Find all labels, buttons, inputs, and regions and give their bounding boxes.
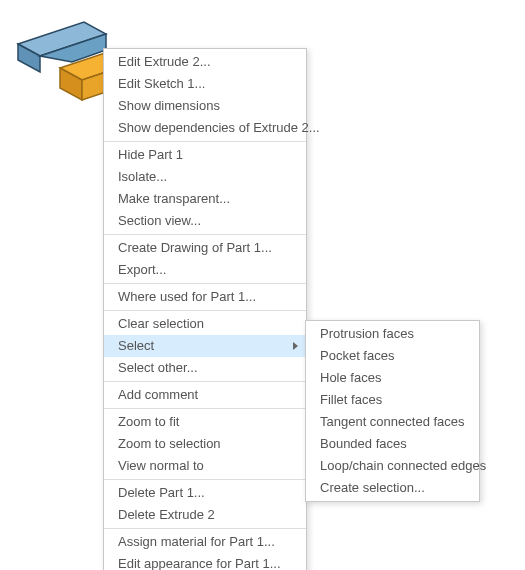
menu-item-zoom-to-fit[interactable]: Zoom to fit bbox=[104, 411, 306, 433]
submenu-item-pocket-faces[interactable]: Pocket faces bbox=[306, 345, 479, 367]
submenu-item-create-selection[interactable]: Create selection... bbox=[306, 477, 479, 499]
menu-item-add-comment[interactable]: Add comment bbox=[104, 384, 306, 406]
menu-separator bbox=[104, 283, 306, 284]
menu-separator bbox=[104, 479, 306, 480]
submenu-item-hole-faces[interactable]: Hole faces bbox=[306, 367, 479, 389]
context-menu: Edit Extrude 2... Edit Sketch 1... Show … bbox=[103, 48, 307, 570]
menu-separator bbox=[104, 381, 306, 382]
menu-item-view-normal-to[interactable]: View normal to bbox=[104, 455, 306, 477]
submenu-item-protrusion-faces[interactable]: Protrusion faces bbox=[306, 323, 479, 345]
menu-separator bbox=[104, 408, 306, 409]
menu-item-clear-selection[interactable]: Clear selection bbox=[104, 313, 306, 335]
submenu-item-fillet-faces[interactable]: Fillet faces bbox=[306, 389, 479, 411]
menu-separator bbox=[104, 234, 306, 235]
menu-separator bbox=[104, 310, 306, 311]
menu-item-create-drawing[interactable]: Create Drawing of Part 1... bbox=[104, 237, 306, 259]
menu-item-export[interactable]: Export... bbox=[104, 259, 306, 281]
submenu-item-tangent-connected-faces[interactable]: Tangent connected faces bbox=[306, 411, 479, 433]
menu-item-edit-sketch[interactable]: Edit Sketch 1... bbox=[104, 73, 306, 95]
menu-item-assign-material[interactable]: Assign material for Part 1... bbox=[104, 531, 306, 553]
menu-item-show-dimensions[interactable]: Show dimensions bbox=[104, 95, 306, 117]
menu-separator bbox=[104, 141, 306, 142]
select-submenu: Protrusion faces Pocket faces Hole faces… bbox=[305, 320, 480, 502]
menu-separator bbox=[104, 528, 306, 529]
menu-item-hide-part[interactable]: Hide Part 1 bbox=[104, 144, 306, 166]
menu-item-isolate[interactable]: Isolate... bbox=[104, 166, 306, 188]
menu-item-section-view[interactable]: Section view... bbox=[104, 210, 306, 232]
menu-item-edit-appearance[interactable]: Edit appearance for Part 1... bbox=[104, 553, 306, 570]
submenu-item-bounded-faces[interactable]: Bounded faces bbox=[306, 433, 479, 455]
menu-item-where-used[interactable]: Where used for Part 1... bbox=[104, 286, 306, 308]
menu-item-delete-extrude[interactable]: Delete Extrude 2 bbox=[104, 504, 306, 526]
menu-item-select[interactable]: Select bbox=[104, 335, 306, 357]
menu-item-label: Select bbox=[118, 338, 154, 353]
submenu-item-loop-chain-edges[interactable]: Loop/chain connected edges bbox=[306, 455, 479, 477]
menu-item-zoom-to-selection[interactable]: Zoom to selection bbox=[104, 433, 306, 455]
menu-item-delete-part[interactable]: Delete Part 1... bbox=[104, 482, 306, 504]
menu-item-show-dependencies[interactable]: Show dependencies of Extrude 2... bbox=[104, 117, 306, 139]
menu-item-make-transparent[interactable]: Make transparent... bbox=[104, 188, 306, 210]
menu-item-edit-extrude[interactable]: Edit Extrude 2... bbox=[104, 51, 306, 73]
submenu-arrow-icon bbox=[293, 342, 298, 350]
viewport: Edit Extrude 2... Edit Sketch 1... Show … bbox=[0, 0, 525, 570]
menu-item-select-other[interactable]: Select other... bbox=[104, 357, 306, 379]
